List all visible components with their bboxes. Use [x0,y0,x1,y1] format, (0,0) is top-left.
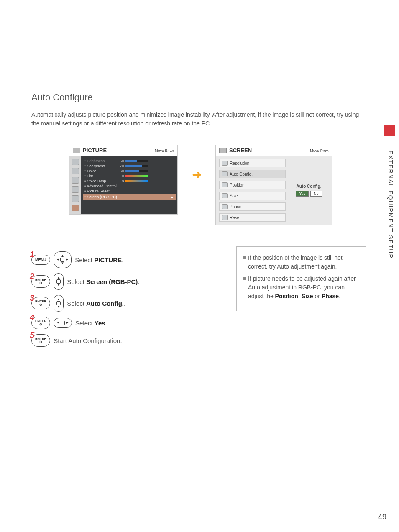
screen-item-label: Size [230,194,238,198]
picture-header-hint: Move Enter [155,148,174,153]
picture-item-label: • Tint [84,174,117,178]
note-item: If the position of the image is still no… [243,253,360,271]
item-icon [222,182,228,187]
screen-item-label: Resolution [230,161,249,166]
step-text: Select Screen (RGB-PC). [67,278,139,285]
section-description: Automatically adjusts picture position a… [31,110,366,128]
picture-item-value: 0 [117,174,124,178]
screen-panel-header: SCREEN Move Prev. [216,145,332,156]
screen-header-hint: Move Prev. [310,148,329,153]
screen-right-pane: Auto Config. Yes No [289,159,329,222]
step-text: Select Auto Config.. [67,300,125,307]
item-icon [222,204,228,209]
note-item: If picture needs to be adjusted again af… [243,274,360,301]
slider-bar [125,170,148,172]
nav-pad-icon[interactable]: ▲ ▼ [54,295,64,312]
menu-icon-selected [72,205,79,211]
screen-item: Reset [219,213,286,222]
scroll-up-icon: ▲ [170,195,174,199]
step-number: 4 [30,313,34,322]
screen-item: Resolution [219,159,286,167]
screen-item: Position [219,181,286,189]
picture-side-icons [69,156,81,214]
screen-item: Phase [219,202,286,211]
picture-item-value: 0 [117,179,124,183]
screen-item-label: Auto Config. [230,172,253,176]
step-number: 1 [30,250,34,259]
menu-icon [72,186,79,193]
no-button[interactable]: No [310,191,322,197]
picture-item-value: 50 [117,159,124,163]
step-4: 4 ENTER⊙ ◄► Select Yes. [31,317,224,329]
menu-icon [72,168,79,174]
picture-item-label: • Screen (RGB-PC) [84,195,117,199]
picture-item-label: • Color [84,169,117,173]
screen-header-icon [219,148,227,153]
nav-pad-icon[interactable]: ▲ ◄► ▼ [54,251,72,268]
picture-header-title: PICTURE [83,147,155,153]
picture-item-label: • Color Temp. [84,179,117,183]
step-text: Select Yes. [75,320,107,327]
step-3: 3 ENTER⊙ ▲ ▼ Select Auto Config.. [31,295,224,312]
picture-item-selected: • Screen (RGB-PC) ▲ [83,194,176,200]
menu-icon [72,177,79,184]
nav-pad-icon[interactable]: ▲ ▼ [54,273,64,290]
step-number: 5 [30,330,34,340]
step-5: 5 ENTER⊙ Start Auto Configuration. [31,334,224,347]
page-number: 49 [378,513,386,522]
picture-panel-header: PICTURE Move Enter [69,145,177,156]
side-tab-label: EXTERNAL EQUIPMENT SETUP [387,151,394,259]
picture-item-value: 60 [117,169,124,173]
picture-menu-list: • Brightness 50 • Sharpness 70 • Color 6… [81,156,177,214]
screen-item-label: Reset [230,215,240,220]
picture-header-icon [73,148,80,153]
tint-bar [125,175,148,177]
instructions-area: 1 MENU ▲ ◄► ▼ Select PICTURE. 2 ENTER⊙ ▲… [31,246,366,352]
picture-item: • Color 60 [84,169,174,173]
yes-no-row: Yes No [296,191,322,197]
side-tab: EXTERNAL EQUIPMENT SETUP [382,130,395,259]
arrow-right-icon: ➜ [188,168,205,182]
yes-button[interactable]: Yes [296,191,309,197]
item-icon [222,171,228,176]
screen-item-selected: Auto Config. [219,170,286,178]
step-2: 2 ENTER⊙ ▲ ▼ Select Screen (RGB-PC). [31,273,224,290]
picture-item: • Tint 0 [84,174,174,178]
nav-pad-icon[interactable]: ◄► [54,318,72,328]
picture-item-value: 70 [117,164,124,168]
menu-icon [72,195,79,202]
item-icon [222,193,228,198]
slider-bar [125,165,148,167]
screen-menu-list: Resolution Auto Config. Position Size Ph… [219,159,286,222]
picture-item-label: • Sharpness [84,164,117,168]
slider-bar [125,160,148,162]
side-tab-accent [384,125,395,136]
picture-menu-panel: PICTURE Move Enter • Brightness 50 [69,145,178,215]
screen-item-label: Phase [230,205,241,209]
section-title: Auto Configure [31,92,366,103]
picture-item: • Sharpness 70 [84,164,174,168]
item-icon [222,161,228,166]
step-1: 1 MENU ▲ ◄► ▼ Select PICTURE. [31,251,224,268]
screen-menu-panel: SCREEN Move Prev. Resolution Auto Config… [215,145,332,225]
auto-config-label: Auto Config. [297,184,322,189]
screen-item-label: Position [230,183,245,187]
colortemp-bar [125,180,148,182]
menu-icon [72,159,79,165]
item-icon [222,215,228,220]
picture-item: • Color Temp. 0 [84,179,174,183]
picture-item: • Brightness 50 [84,159,174,163]
step-number: 3 [30,293,34,303]
menu-screenshots-row: PICTURE Move Enter • Brightness 50 [69,145,366,225]
picture-item-label: • Advanced Control [84,184,117,188]
steps-list: 1 MENU ▲ ◄► ▼ Select PICTURE. 2 ENTER⊙ ▲… [31,246,224,352]
picture-item: • Advanced Control [84,184,174,188]
picture-item: • Picture Reset [84,189,174,193]
step-text: Start Auto Configuration. [54,337,122,344]
step-number: 2 [30,271,34,281]
screen-header-title: SCREEN [229,147,310,153]
picture-item-label: • Brightness [84,159,117,163]
step-text: Select PICTURE. [75,256,123,263]
page-content: Auto Configure Automatically adjusts pic… [31,92,366,352]
notes-box: If the position of the image is still no… [236,246,366,311]
